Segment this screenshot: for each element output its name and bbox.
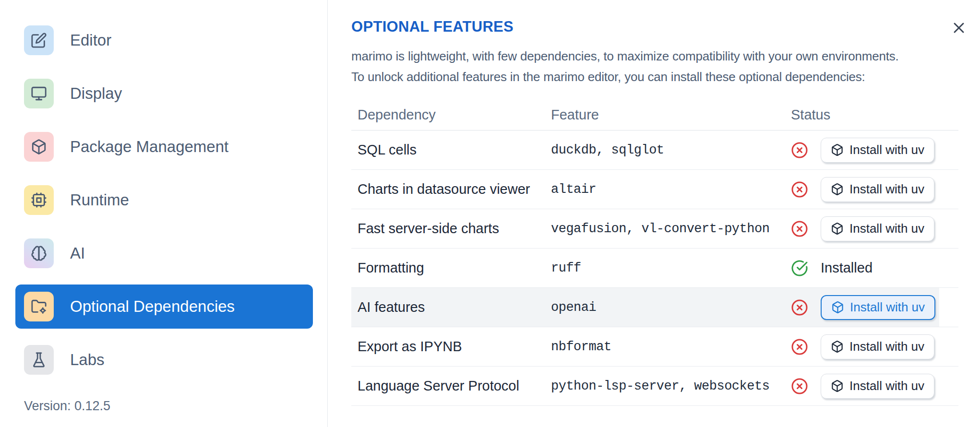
table-row-fast-server-side-charts: Fast server-side chartsvegafusion, vl-co… — [351, 209, 958, 249]
dependency-cell: Fast server-side charts — [358, 221, 551, 237]
sidebar-item-display[interactable]: Display — [15, 71, 313, 116]
sidebar: EditorDisplayPackage ManagementRuntimeAI… — [0, 0, 328, 427]
sidebar-item-labs[interactable]: Labs — [15, 338, 313, 382]
install-button-label: Install with uv — [849, 142, 924, 157]
cpu-icon — [24, 185, 54, 215]
optional-features-panel: OPTIONAL FEATURES marimo is lightweight,… — [328, 0, 980, 427]
install-with-uv-button[interactable]: Install with uv — [821, 138, 934, 163]
feature-cell: openai — [551, 300, 791, 315]
sidebar-item-editor[interactable]: Editor — [15, 18, 313, 62]
package-icon — [831, 183, 844, 196]
package-icon — [24, 132, 54, 162]
sidebar-item-label: Runtime — [70, 191, 129, 209]
close-icon — [950, 19, 968, 36]
circle-x-icon — [791, 338, 808, 356]
package-icon — [831, 222, 844, 235]
package-icon — [831, 340, 844, 353]
status-cell: Install with uv — [791, 295, 958, 320]
install-button-label: Install with uv — [849, 379, 924, 393]
dependency-cell: Formatting — [358, 260, 551, 276]
sidebar-item-label: Editor — [70, 31, 111, 49]
circle-check-icon — [791, 260, 808, 277]
install-with-uv-button[interactable]: Install with uv — [821, 216, 934, 241]
description-line-2: To unlock additional features in the mar… — [351, 70, 865, 84]
table-row-language-server-protocol: Language Server Protocolpython-lsp-serve… — [351, 367, 958, 406]
dependency-cell: Charts in datasource viewer — [358, 181, 551, 197]
dependencies-table: DependencyFeatureStatus SQL cellsduckdb,… — [351, 100, 958, 406]
circle-x-icon — [791, 220, 808, 237]
brain-icon — [24, 238, 54, 268]
feature-cell: duckdb, sqlglot — [551, 143, 791, 157]
status-cell: Install with uv — [791, 216, 958, 241]
table-row-sql-cells: SQL cellsduckdb, sqlglotInstall with uv — [351, 130, 958, 170]
package-icon — [831, 380, 844, 392]
settings-dialog: EditorDisplayPackage ManagementRuntimeAI… — [0, 0, 980, 427]
install-button-label: Install with uv — [849, 221, 924, 236]
monitor-icon — [24, 79, 54, 108]
install-button-label: Install with uv — [849, 339, 924, 354]
close-button[interactable] — [948, 17, 969, 38]
table-header-row: DependencyFeatureStatus — [351, 100, 958, 130]
dependency-cell: Language Server Protocol — [358, 378, 551, 394]
status-cell: Install with uv — [791, 374, 958, 399]
package-icon — [831, 143, 844, 156]
flask-icon — [24, 345, 54, 375]
dependency-cell: SQL cells — [358, 142, 551, 158]
sidebar-item-label: Package Management — [70, 138, 228, 156]
install-with-uv-button[interactable]: Install with uv — [821, 177, 934, 202]
table-row-ai-features: AI featuresopenaiInstall with uv — [351, 288, 958, 327]
edit-icon — [24, 25, 54, 55]
sidebar-item-package-management[interactable]: Package Management — [15, 125, 313, 169]
sidebar-item-optional-dependencies[interactable]: Optional Dependencies — [15, 285, 313, 329]
install-with-uv-button[interactable]: Install with uv — [821, 295, 935, 320]
table-row-charts-in-datasource-viewer: Charts in datasource vieweraltairInstall… — [351, 170, 958, 209]
panel-description: marimo is lightweight, with few dependen… — [351, 46, 958, 87]
package-icon — [831, 301, 844, 314]
status-cell: Install with uv — [791, 138, 958, 163]
status-label: Installed — [821, 260, 872, 276]
install-button-label: Install with uv — [849, 182, 924, 197]
column-header-dependency: Dependency — [358, 107, 551, 123]
circle-x-icon — [791, 181, 808, 198]
install-button-label: Install with uv — [850, 300, 925, 315]
column-header-status: Status — [791, 107, 958, 123]
feature-cell: ruff — [551, 261, 791, 275]
status-cell: Install with uv — [791, 177, 958, 202]
version-label: Version: 0.12.5 — [24, 399, 110, 414]
circle-x-icon — [791, 378, 808, 395]
table-row-export-as-ipynb: Export as IPYNBnbformatInstall with uv — [351, 327, 958, 367]
column-header-feature: Feature — [551, 107, 791, 123]
sidebar-item-runtime[interactable]: Runtime — [15, 178, 313, 222]
feature-cell: nbformat — [551, 340, 791, 354]
sidebar-item-label: AI — [70, 244, 85, 262]
dependency-cell: Export as IPYNB — [358, 339, 551, 355]
install-with-uv-button[interactable]: Install with uv — [821, 334, 934, 359]
sidebar-nav: EditorDisplayPackage ManagementRuntimeAI… — [15, 18, 313, 382]
table-row-formatting: FormattingruffInstalled — [351, 249, 958, 288]
dependency-cell: AI features — [358, 299, 551, 315]
feature-cell: vegafusion, vl-convert-python — [551, 222, 791, 236]
table-body: SQL cellsduckdb, sqlglotInstall with uvC… — [351, 130, 958, 406]
status-cell: Install with uv — [791, 334, 958, 359]
sidebar-item-label: Labs — [70, 351, 105, 369]
sidebar-item-label: Display — [70, 84, 122, 103]
install-with-uv-button[interactable]: Install with uv — [821, 374, 934, 399]
sidebar-item-label: Optional Dependencies — [70, 297, 235, 316]
circle-x-icon — [791, 299, 808, 316]
page-title: OPTIONAL FEATURES — [351, 18, 958, 36]
circle-x-icon — [791, 142, 808, 159]
folder-cog-icon — [24, 292, 54, 321]
status-cell: Installed — [791, 260, 958, 277]
feature-cell: python-lsp-server, websockets — [551, 379, 791, 393]
feature-cell: altair — [551, 182, 791, 197]
description-line-1: marimo is lightweight, with few dependen… — [351, 49, 899, 63]
sidebar-item-ai[interactable]: AI — [15, 231, 313, 275]
